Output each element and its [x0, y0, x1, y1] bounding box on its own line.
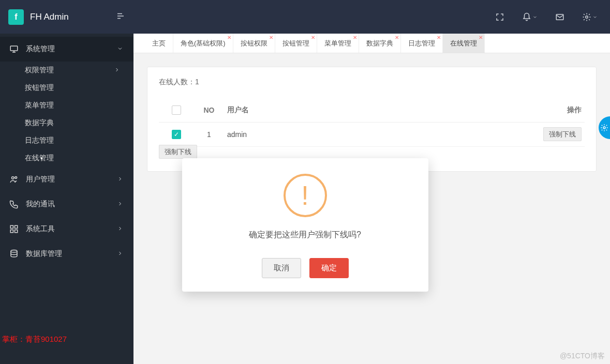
dialog-text: 确定要把这些用户强制下线吗?: [195, 230, 416, 240]
modal-overlay: ! 确定要把这些用户强制下线吗? 取消 确定: [0, 0, 610, 364]
confirm-dialog: ! 确定要把这些用户强制下线吗? 取消 确定: [182, 158, 428, 292]
confirm-button[interactable]: 确定: [309, 258, 349, 278]
warning-icon: !: [284, 174, 327, 217]
cancel-button[interactable]: 取消: [262, 258, 301, 278]
watermark: @51CTO博客: [560, 352, 605, 361]
